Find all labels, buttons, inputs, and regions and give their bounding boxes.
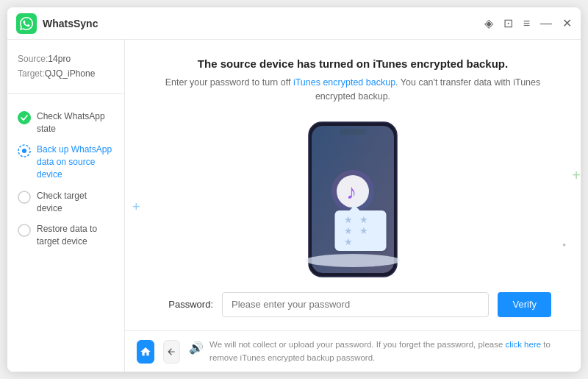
- step-restore-data[interactable]: Restore data to target device: [7, 219, 124, 252]
- step-check-whatsapp-label: Check WhatsApp state: [37, 110, 114, 135]
- step-check-target-label: Check target device: [37, 190, 114, 215]
- deco-plus-left: +: [132, 199, 140, 215]
- step-backup-whatsapp[interactable]: Back up WhatsApp data on source device: [7, 139, 124, 185]
- step-backup-whatsapp-label: Back up WhatsApp data on source device: [37, 144, 114, 180]
- step-pending-icon: [18, 191, 31, 204]
- deco-circle: ●: [562, 241, 566, 248]
- app-logo: [16, 13, 37, 34]
- subtitle-before: Enter your password to turn off: [165, 77, 293, 88]
- itunes-link[interactable]: iTunes encrypted backup: [293, 77, 395, 88]
- step-active-icon: [18, 144, 31, 157]
- password-input[interactable]: [222, 292, 489, 317]
- message-icon[interactable]: ⊡: [503, 16, 513, 30]
- device-info: Source:14pro Target:QJQ_iPhone: [7, 52, 124, 94]
- step-pending-icon-2: [18, 224, 31, 237]
- step-completed-icon: [18, 111, 31, 124]
- minimize-icon[interactable]: —: [540, 17, 552, 30]
- deco-plus-right: +: [572, 167, 581, 184]
- password-row: Password: Verify: [154, 280, 551, 331]
- svg-point-3: [18, 191, 30, 203]
- app-title: WhatsSync: [43, 18, 484, 29]
- diamond-icon[interactable]: ◈: [484, 16, 493, 30]
- sidebar: Source:14pro Target:QJQ_iPhone Check Wha…: [7, 40, 125, 372]
- svg-point-2: [22, 149, 26, 153]
- content-subtitle: Enter your password to turn off iTunes e…: [154, 76, 551, 104]
- step-check-whatsapp[interactable]: Check WhatsApp state: [7, 106, 124, 140]
- content-title: The source device has turned on iTunes e…: [154, 57, 551, 70]
- phone-illustration: ♪ ★ ★ ★ ★ ★: [301, 118, 404, 280]
- bottom-notice: 🔊 We will not collect or upload your pas…: [189, 339, 569, 364]
- close-icon[interactable]: ✕: [562, 16, 572, 30]
- titlebar: WhatsSync ◈ ⊡ ≡ — ✕: [7, 7, 581, 40]
- target-device: Target:QJQ_iPhone: [18, 66, 114, 81]
- main-content: The source device has turned on iTunes e…: [125, 40, 581, 330]
- svg-text:♪: ♪: [346, 180, 356, 203]
- main-layout: Source:14pro Target:QJQ_iPhone Check Wha…: [7, 40, 581, 372]
- password-bubble: ★ ★ ★ ★ ★: [335, 210, 387, 251]
- window-controls: ◈ ⊡ ≡ — ✕: [484, 16, 572, 30]
- source-device: Source:14pro: [18, 52, 114, 66]
- svg-point-0: [18, 111, 31, 124]
- bottombar: 🔊 We will not collect or upload your pas…: [125, 330, 581, 372]
- home-button[interactable]: [137, 340, 154, 364]
- step-check-target[interactable]: Check target device: [7, 185, 124, 219]
- back-button[interactable]: [163, 340, 181, 364]
- click-here-link[interactable]: click here: [506, 340, 542, 349]
- svg-point-4: [18, 224, 30, 236]
- menu-icon[interactable]: ≡: [523, 17, 530, 30]
- notice-text: We will not collect or upload your passw…: [209, 339, 569, 364]
- speaker-icon: 🔊: [189, 339, 204, 357]
- verify-button[interactable]: Verify: [498, 292, 551, 317]
- phone-shadow: [305, 254, 401, 267]
- step-restore-data-label: Restore data to target device: [37, 223, 114, 248]
- illustration: + + ▼ ●: [154, 118, 551, 280]
- password-label: Password:: [154, 299, 213, 310]
